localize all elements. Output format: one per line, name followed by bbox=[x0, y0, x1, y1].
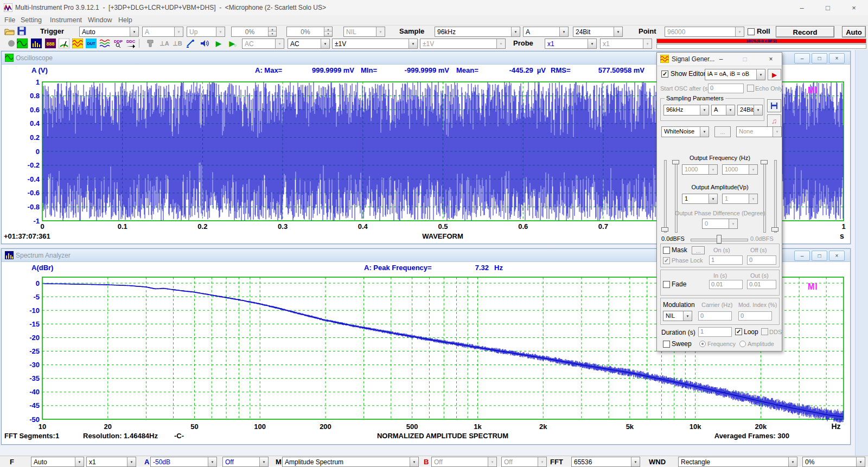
b-option-select[interactable]: Off▼ bbox=[501, 457, 547, 467]
amplitude-slider-b-outer[interactable] bbox=[774, 160, 777, 233]
multimeter-icon[interactable]: 888 bbox=[44, 38, 56, 49]
a-option-select[interactable]: Off▼ bbox=[222, 457, 269, 467]
ddc-icon[interactable]: DDC bbox=[125, 38, 137, 49]
panel-close-icon[interactable]: × bbox=[829, 53, 845, 63]
show-editor-checkbox[interactable] bbox=[661, 71, 668, 78]
close-icon[interactable]: × bbox=[763, 54, 778, 64]
slider-thumb[interactable] bbox=[672, 160, 679, 164]
panel-restore-icon[interactable]: □ bbox=[812, 53, 827, 63]
mask-off-input[interactable]: 0 bbox=[747, 255, 776, 265]
amplitude-slider-b-inner[interactable] bbox=[763, 160, 766, 233]
save-waveform-button[interactable] bbox=[767, 99, 781, 112]
fade-in-input[interactable]: 0.01 bbox=[709, 280, 743, 289]
duration-input[interactable]: 1 bbox=[698, 327, 732, 337]
coupling-b-select[interactable]: AC▼ bbox=[288, 39, 330, 49]
probe-b-select[interactable]: x1▼ bbox=[600, 39, 652, 49]
probe-calibration-icon[interactable] bbox=[184, 38, 196, 49]
svg-text:2k: 2k bbox=[539, 423, 547, 431]
signal-generator-icon[interactable] bbox=[72, 38, 84, 49]
slider-thumb[interactable] bbox=[771, 227, 778, 232]
frequency-a-select[interactable]: 1000▼ bbox=[682, 164, 718, 175]
carrier-input[interactable]: 0 bbox=[698, 311, 732, 321]
hpf-select[interactable]: NIL▼ bbox=[343, 27, 385, 37]
trigger-source-select[interactable]: A▼ bbox=[142, 27, 183, 37]
generator-rate-select[interactable]: 96kHz▼ bbox=[663, 105, 709, 116]
roll-checkbox[interactable] bbox=[748, 28, 755, 35]
amplitude-a-select[interactable]: 1▼ bbox=[682, 194, 718, 204]
editor-mode-select[interactable]: iA = oA, iB = oB▼ bbox=[705, 69, 765, 80]
oscilloscope-icon[interactable] bbox=[16, 38, 28, 49]
coupling-a-select[interactable]: AC▼ bbox=[242, 39, 284, 49]
mask-checkbox[interactable] bbox=[663, 247, 670, 254]
open-icon[interactable] bbox=[4, 27, 15, 36]
slider-thumb[interactable] bbox=[717, 235, 722, 244]
modulation-type-select[interactable]: NIL▼ bbox=[663, 311, 692, 321]
fft-window-select[interactable]: Rectangle▼ bbox=[678, 457, 797, 467]
generator-bits-select[interactable]: 24Bit▼ bbox=[737, 105, 763, 116]
a-range-select[interactable]: -50dB▼ bbox=[150, 457, 217, 467]
run-icon[interactable]: ▶ bbox=[213, 38, 225, 49]
generator-channel-select[interactable]: A▼ bbox=[711, 105, 735, 116]
fft-size-select[interactable]: 65536▼ bbox=[571, 457, 640, 467]
record-length-select[interactable]: 96000▼ bbox=[665, 27, 744, 37]
trigger-delay-spinner[interactable]: 0%▲▼ bbox=[286, 27, 333, 37]
menu-setting[interactable]: Setting bbox=[21, 16, 42, 24]
device-test-plan-icon[interactable]: DUT bbox=[85, 38, 97, 49]
run-loop-icon[interactable]: ▶○ bbox=[227, 38, 239, 49]
generator-play-button[interactable]: ▶ bbox=[768, 69, 781, 80]
spectrum-3d-icon[interactable] bbox=[58, 38, 70, 49]
derived-data-icon[interactable] bbox=[99, 38, 111, 49]
refresh-select[interactable]: Auto▼ bbox=[31, 457, 84, 467]
close-icon[interactable]: × bbox=[841, 0, 866, 15]
frequency-b-select[interactable]: 1000▼ bbox=[722, 164, 758, 175]
ddp-viewer-icon[interactable]: DDP bbox=[112, 38, 124, 49]
amplitude-slider-a-outer[interactable] bbox=[664, 160, 667, 233]
menu-help[interactable]: Help bbox=[118, 16, 132, 24]
analysis-mode-select[interactable]: Amplitude Spectrum▼ bbox=[282, 457, 419, 467]
probe-a-select[interactable]: x1▼ bbox=[545, 39, 597, 49]
dds-label: DDS bbox=[769, 329, 782, 335]
menu-window[interactable]: Window bbox=[88, 16, 112, 24]
start-osc-input[interactable]: 0 bbox=[708, 84, 744, 93]
sweep-checkbox[interactable] bbox=[663, 341, 670, 348]
speaker-icon[interactable] bbox=[199, 38, 210, 49]
zoom-select[interactable]: x1▼ bbox=[86, 457, 136, 467]
menu-instrument[interactable]: Instrument bbox=[50, 16, 82, 24]
auto-scale-button[interactable]: Auto bbox=[842, 26, 866, 37]
menu-file[interactable]: File bbox=[4, 16, 15, 24]
sampling-rate-select[interactable]: 96kHz▼ bbox=[435, 27, 520, 37]
fade-checkbox[interactable] bbox=[663, 281, 670, 288]
bit-depth-select[interactable]: 24Bit▼ bbox=[573, 27, 623, 37]
record-button[interactable]: Record bbox=[776, 26, 834, 37]
signal-generator-titlebar[interactable]: Signal Gener... – □ × bbox=[657, 53, 782, 66]
waveform-a-select[interactable]: WhiteNoise▼ bbox=[661, 126, 709, 137]
loop-checkbox[interactable] bbox=[735, 328, 742, 335]
sampling-channel-select[interactable]: A▼ bbox=[523, 27, 569, 37]
overlap-select[interactable]: 0%▼ bbox=[802, 457, 865, 467]
amplitude-slider-a-inner[interactable] bbox=[675, 160, 678, 233]
peak-frequency-label: A: Peak Frequency= bbox=[364, 264, 432, 272]
waveform-b-select[interactable]: None▼ bbox=[736, 126, 782, 137]
range-a-select[interactable]: ±1V▼ bbox=[332, 39, 418, 49]
trigger-edge-select[interactable]: Up▼ bbox=[187, 27, 225, 37]
save-icon[interactable] bbox=[17, 27, 26, 35]
panel-minimize-icon[interactable]: – bbox=[794, 251, 810, 261]
minimize-icon[interactable]: – bbox=[789, 0, 814, 15]
mask-on-input[interactable]: 1 bbox=[709, 255, 743, 265]
slider-thumb[interactable] bbox=[661, 227, 668, 232]
phase-difference-select[interactable]: 0▼ bbox=[702, 219, 738, 229]
panel-close-icon[interactable]: × bbox=[829, 251, 845, 261]
slider-thumb[interactable] bbox=[761, 160, 768, 164]
panel-restore-icon[interactable]: □ bbox=[812, 251, 827, 261]
panel-minimize-icon[interactable]: – bbox=[794, 53, 810, 63]
trigger-level-spinner[interactable]: 0%▲▼ bbox=[231, 27, 277, 37]
restore-icon[interactable]: □ bbox=[815, 0, 840, 15]
spectrum-analyzer-icon[interactable] bbox=[30, 38, 42, 49]
mod-index-input[interactable]: 0 bbox=[738, 311, 772, 321]
fade-out-input[interactable]: 0.01 bbox=[747, 280, 776, 289]
trigger-mode-select[interactable]: Auto▼ bbox=[79, 27, 139, 37]
amplitude-b-select[interactable]: 1▼ bbox=[722, 194, 758, 204]
range-b-select[interactable]: ±1V▼ bbox=[420, 39, 506, 49]
minimize-icon[interactable]: – bbox=[713, 54, 729, 64]
b-range-select[interactable]: Off▼ bbox=[431, 457, 497, 467]
